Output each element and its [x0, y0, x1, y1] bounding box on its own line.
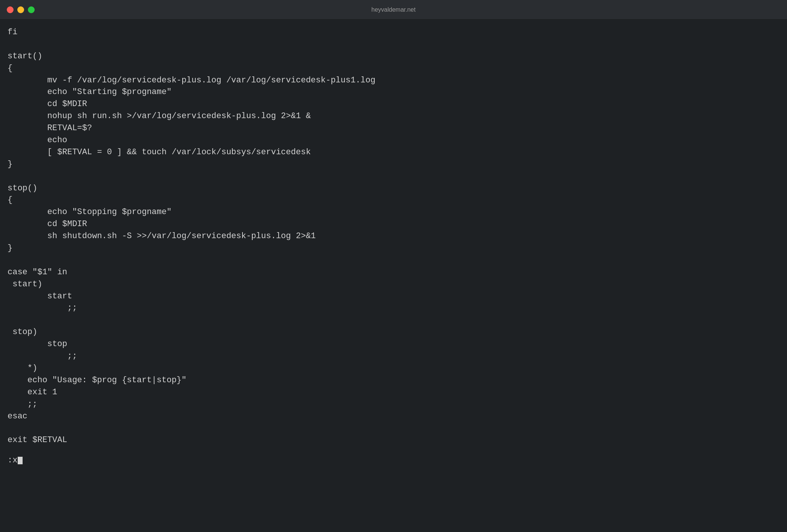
code-line: sh shutdown.sh -S >>/var/log/servicedesk… [8, 230, 779, 242]
code-line: { [8, 194, 779, 206]
cursor [18, 457, 23, 464]
code-line [8, 254, 779, 266]
command-text: :x [0, 454, 17, 467]
code-line: fi [8, 26, 779, 38]
code-line: cd $MDIR [8, 98, 779, 110]
window-title: heyvaldemar.net [371, 5, 415, 14]
code-line: echo "Stopping $progname" [8, 206, 779, 218]
code-line: ;; [8, 398, 779, 410]
code-line: stop() [8, 182, 779, 195]
code-line [8, 422, 779, 434]
code-line: exit $RETVAL [8, 434, 779, 446]
code-line: ;; [8, 350, 779, 362]
code-line: echo [8, 134, 779, 146]
code-line: cd $MDIR [8, 218, 779, 230]
code-line: start) [8, 278, 779, 290]
code-line: stop) [8, 326, 779, 338]
code-line: nohup sh run.sh >/var/log/servicedesk-pl… [8, 110, 779, 122]
close-button[interactable] [7, 6, 14, 13]
title-bar: heyvaldemar.net [0, 0, 787, 20]
code-line [8, 314, 779, 326]
code-line: [ $RETVAL = 0 ] && touch /var/lock/subsy… [8, 146, 779, 158]
code-line: case "$1" in [8, 266, 779, 278]
code-line: stop [8, 338, 779, 350]
code-line: *) [8, 362, 779, 374]
code-line: RETVAL=$? [8, 122, 779, 134]
traffic-lights [7, 6, 35, 13]
command-line: :x [0, 454, 787, 467]
code-line: { [8, 62, 779, 74]
code-area: fi start(){ mv -f /var/log/servicedesk-p… [0, 20, 787, 454]
code-line [8, 170, 779, 182]
code-line: start() [8, 50, 779, 62]
command-input[interactable]: :x [0, 454, 23, 467]
code-line: start [8, 290, 779, 302]
code-line: } [8, 158, 779, 170]
code-line: esac [8, 410, 779, 423]
maximize-button[interactable] [28, 6, 35, 13]
code-line: echo "Starting $progname" [8, 86, 779, 98]
code-line: exit 1 [8, 386, 779, 398]
code-line: ;; [8, 302, 779, 314]
minimize-button[interactable] [17, 6, 24, 13]
code-line: mv -f /var/log/servicedesk-plus.log /var… [8, 74, 779, 87]
code-line [8, 38, 779, 50]
code-line: } [8, 242, 779, 254]
code-line: echo "Usage: $prog {start|stop}" [8, 374, 779, 386]
